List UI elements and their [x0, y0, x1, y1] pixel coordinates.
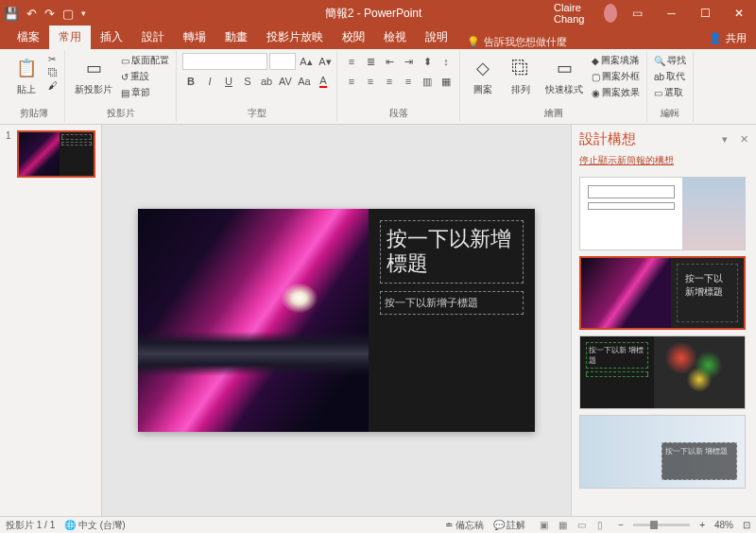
comments-button[interactable]: 💬 註解	[493, 519, 526, 532]
reset-button[interactable]: ↺ 重設	[120, 69, 170, 84]
zoom-slider[interactable]	[633, 524, 690, 526]
italic-button[interactable]: I	[201, 73, 218, 90]
underline-button[interactable]: U	[220, 73, 237, 90]
title-placeholder[interactable]: 按一下以新增標題	[380, 220, 524, 284]
align-left-button[interactable]: ≡	[343, 73, 360, 90]
design-idea-4[interactable]: 按一下以新 增標題	[579, 415, 746, 489]
design-idea-1[interactable]	[579, 177, 746, 250]
design-idea-3[interactable]: 按一下以新 增標題	[579, 335, 746, 409]
user-avatar[interactable]	[604, 4, 617, 23]
share-button[interactable]: 👤 共用	[699, 27, 756, 49]
slide-counter[interactable]: 投影片 1 / 1	[6, 519, 55, 532]
layout-button[interactable]: ▭ 版面配置	[120, 53, 170, 68]
tab-insert[interactable]: 插入	[91, 26, 132, 49]
font-family-select[interactable]	[182, 53, 267, 70]
normal-view-icon[interactable]: ▣	[535, 520, 552, 530]
qat-customize-icon[interactable]: ▾	[81, 9, 86, 18]
tab-slideshow[interactable]: 投影片放映	[257, 26, 333, 49]
line-spacing-button[interactable]: ⬍	[419, 53, 436, 70]
shape-outline-button[interactable]: ▢ 圖案外框	[591, 69, 641, 84]
shadow-button[interactable]: ab	[258, 73, 275, 90]
language-status[interactable]: 🌐 中文 (台灣)	[64, 519, 125, 532]
slide-thumbnail-panel: 1	[0, 125, 102, 516]
thumbnail-image	[19, 132, 60, 176]
tab-transitions[interactable]: 轉場	[174, 26, 215, 49]
clipboard-icon: 📋	[13, 55, 40, 81]
undo-icon[interactable]: ↶	[26, 7, 37, 21]
user-name[interactable]: Claire Chang	[554, 2, 596, 25]
design-ideas-list[interactable]: 按一下以新增標題 按一下以新 增標題 按一下以新 增標題	[572, 173, 756, 516]
find-button[interactable]: 🔍 尋找	[653, 53, 687, 68]
shape-fill-button[interactable]: ◆ 圖案填滿	[591, 53, 641, 68]
notes-button[interactable]: ≐ 備忘稿	[445, 519, 484, 532]
font-color-button[interactable]: A	[315, 73, 332, 90]
indent-dec-button[interactable]: ⇤	[381, 53, 398, 70]
section-button[interactable]: ▤ 章節	[120, 85, 170, 100]
slide-canvas[interactable]: 按一下以新增標題 按一下以新增子標題	[138, 209, 535, 432]
stop-suggestions-link[interactable]: 停止顯示新簡報的構想	[572, 154, 756, 173]
replace-button[interactable]: ab 取代	[653, 69, 686, 84]
slide-editor[interactable]: 按一下以新增標題 按一下以新增子標題	[102, 125, 571, 516]
bullets-button[interactable]: ≡	[343, 53, 360, 70]
design-idea-2[interactable]: 按一下以新增標題	[579, 256, 746, 330]
justify-button[interactable]: ≡	[400, 73, 417, 90]
group-label: 編輯	[653, 107, 687, 120]
shape-effects-button[interactable]: ◉ 圖案效果	[591, 85, 641, 100]
tab-help[interactable]: 說明	[416, 26, 457, 49]
subtitle-placeholder[interactable]: 按一下以新增子標題	[380, 291, 524, 315]
fit-to-window-icon[interactable]: ⊡	[743, 520, 750, 530]
text-direction-button[interactable]: ↕	[438, 53, 455, 70]
tab-file[interactable]: 檔案	[8, 26, 49, 49]
tell-me-label: 告訴我您想做什麼	[484, 35, 567, 49]
paste-button[interactable]: 📋 貼上	[9, 53, 43, 98]
tab-home[interactable]: 常用	[49, 26, 91, 49]
decrease-font-icon[interactable]: A▾	[317, 53, 334, 70]
smartart-button[interactable]: ▦	[438, 73, 455, 90]
arrange-button[interactable]: ⿻ 排列	[504, 53, 538, 98]
redo-icon[interactable]: ↷	[44, 7, 55, 21]
format-painter-button[interactable]: 🖌	[47, 79, 59, 92]
quick-styles-button[interactable]: ▭ 快速樣式	[541, 53, 587, 98]
view-buttons: ▣ ▦ ▭ ▯	[535, 520, 609, 530]
select-button[interactable]: ▭ 選取	[653, 85, 684, 100]
align-right-button[interactable]: ≡	[381, 73, 398, 90]
start-slideshow-icon[interactable]: ▢	[62, 7, 74, 21]
strike-button[interactable]: S	[239, 73, 256, 90]
align-center-button[interactable]: ≡	[362, 73, 379, 90]
spacing-button[interactable]: AV	[277, 73, 294, 90]
new-slide-button[interactable]: ▭ 新投影片	[71, 53, 116, 98]
shapes-button[interactable]: ◇ 圖案	[466, 53, 500, 98]
slide-thumbnail-1[interactable]: 1	[6, 130, 95, 178]
increase-font-icon[interactable]: A▴	[298, 53, 315, 70]
indent-inc-button[interactable]: ⇥	[400, 53, 417, 70]
sorter-view-icon[interactable]: ▦	[554, 520, 571, 530]
numbering-button[interactable]: ≣	[362, 53, 379, 70]
case-button[interactable]: Aa	[296, 73, 313, 90]
reading-view-icon[interactable]: ▭	[573, 520, 590, 530]
zoom-out-button[interactable]: −	[618, 520, 624, 530]
group-paragraph: ≡ ≣ ⇤ ⇥ ⬍ ↕ ≡ ≡ ≡ ≡ ▥ ▦ 段落	[337, 51, 460, 122]
tell-me[interactable]: 💡 告訴我您想做什麼	[467, 35, 567, 49]
maximize-icon[interactable]: ☐	[692, 7, 718, 20]
zoom-in-button[interactable]: +	[699, 520, 705, 530]
new-slide-icon: ▭	[80, 55, 107, 81]
tab-design[interactable]: 設計	[132, 26, 174, 49]
tab-review[interactable]: 校閱	[333, 26, 374, 49]
tab-animations[interactable]: 動畫	[215, 26, 257, 49]
copy-button[interactable]: ⿻	[47, 66, 59, 78]
font-size-select[interactable]	[269, 53, 296, 70]
pane-close-icon[interactable]: ✕	[740, 133, 748, 145]
save-icon[interactable]: 💾	[4, 7, 19, 21]
tab-view[interactable]: 檢視	[374, 26, 416, 49]
ribbon-options-icon[interactable]: ▭	[625, 7, 651, 20]
minimize-icon[interactable]: ─	[658, 7, 684, 20]
design-ideas-pane: 設計構想 ▾ ✕ 停止顯示新簡報的構想 按一下以新增標題 按一下以新 增標題 按…	[571, 125, 756, 516]
pane-dropdown-icon[interactable]: ▾	[722, 133, 728, 145]
bold-button[interactable]: B	[182, 73, 199, 90]
columns-button[interactable]: ▥	[419, 73, 436, 90]
close-icon[interactable]: ✕	[726, 7, 752, 20]
zoom-level[interactable]: 48%	[714, 520, 733, 530]
cut-button[interactable]: ✂	[47, 53, 59, 65]
slideshow-view-icon[interactable]: ▯	[592, 520, 609, 530]
group-drawing: ◇ 圖案 ⿻ 排列 ▭ 快速樣式 ◆ 圖案填滿 ▢ 圖案外框 ◉ 圖案效果 繪圖	[460, 51, 647, 122]
